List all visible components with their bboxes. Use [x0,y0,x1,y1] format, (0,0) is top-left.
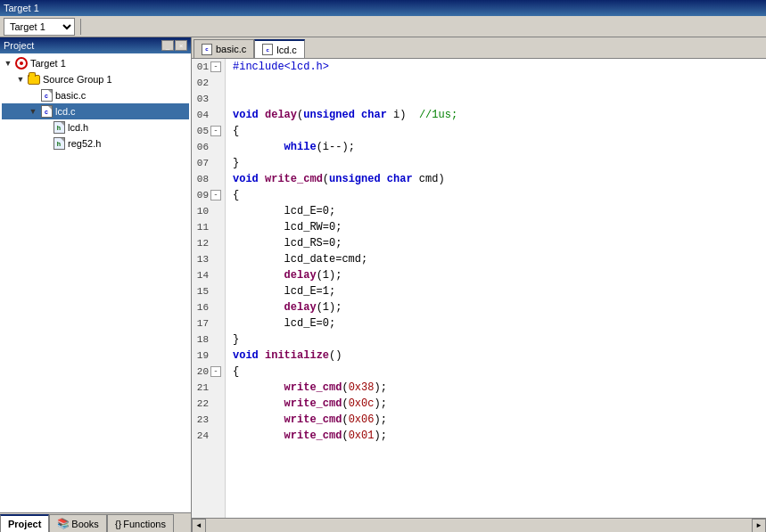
main-area: Project _ × ▼ Target 1 ▼ Source [0,37,766,532]
ln-23: 23 [192,412,225,428]
code-line-19: void initialize() [226,348,766,364]
ln-21: 21 [192,380,225,396]
ln-16: 16 [192,299,225,315]
tree-item-lcd-h[interactable]: ▷ h lcd.h [2,119,189,135]
ln-03: 03 [192,91,225,107]
code-line-16: delay(1); [226,299,766,315]
tree-item-source-group1[interactable]: ▼ Source Group 1 [2,71,189,87]
tree-item-reg52-h[interactable]: ▷ h reg52.h [2,135,189,151]
code-lines: #include<lcd.h> void delay(unsigned char… [226,59,766,518]
code-line-23: write_cmd(0x06); [226,412,766,428]
sidebar-tabs: Project 📚 Books {} Functions [0,512,191,532]
toggle-lcd-c[interactable]: ▼ [29,107,37,116]
code-line-12: lcd_RS=0; [226,235,766,251]
line-numbers: 01- 02 03 04 05- 06 07 08 09- 10 11 12 1… [192,59,226,518]
tab-functions-label: Functions [123,519,166,529]
ln-15: 15 [192,283,225,299]
sidebar-title: Project [4,40,34,51]
tab-label-basic-c: basic.c [216,44,246,54]
hscroll-track[interactable] [206,519,752,533]
editor-tab-lcd-c[interactable]: c lcd.c [254,39,305,58]
ln-10: 10 [192,203,225,219]
tree-label-target1: Target 1 [30,58,66,69]
code-line-02 [226,75,766,91]
tree-label-basic-c: basic.c [55,90,86,101]
ln-07: 07 [192,155,225,171]
code-line-14: delay(1); [226,267,766,283]
sidebar: Project _ × ▼ Target 1 ▼ Source [0,37,192,532]
sidebar-minimize-btn[interactable]: _ [161,40,174,51]
code-line-09: { [226,187,766,203]
tree-item-basic-c[interactable]: ▷ c basic.c [2,87,189,103]
tab-functions-icon: {} [115,519,121,529]
sidebar-tree: ▼ Target 1 ▼ Source Group 1 ▷ c [0,53,191,512]
ln-22: 22 [192,396,225,412]
tree-label-lcd-h: lcd.h [68,122,88,133]
editor-tabs: c basic.c c lcd.c [192,37,766,59]
sidebar-win-controls: _ × [161,40,187,51]
hscroll-left-btn[interactable]: ◄ [192,519,206,533]
code-line-20: { [226,364,766,380]
target-icon [14,56,29,70]
fold-09[interactable]: - [210,190,221,201]
fold-01[interactable]: - [210,61,221,72]
code-line-01: #include<lcd.h> [226,59,766,75]
tab-project[interactable]: Project [0,514,49,532]
ln-09: 09- [192,187,225,203]
ln-02: 02 [192,75,225,91]
code-line-22: write_cmd(0x0c); [226,396,766,412]
c-file-icon-basic: c [39,88,54,102]
sidebar-close-btn[interactable]: × [175,40,187,51]
toggle-target1[interactable]: ▼ [4,59,12,68]
tab-functions[interactable]: {} Functions [107,514,174,532]
title-bar: Target 1 [0,0,766,16]
ln-20: 20- [192,364,225,380]
code-line-18: } [226,331,766,348]
ln-14: 14 [192,267,225,283]
code-line-03 [226,91,766,107]
code-line-13: lcd_date=cmd; [226,251,766,267]
tab-books-icon: 📚 [57,518,70,529]
tree-item-target1[interactable]: ▼ Target 1 [2,55,189,71]
title-text: Target 1 [4,3,39,13]
hscroll-right-btn[interactable]: ► [752,519,766,533]
code-line-11: lcd_RW=0; [226,219,766,235]
tab-icon-basic: c [202,44,212,55]
toggle-source-group1[interactable]: ▼ [16,75,25,84]
target-dropdown[interactable]: Target 1 [4,18,75,36]
ln-01: 01- [192,59,225,75]
tree-label-lcd-c: lcd.c [55,106,76,117]
code-line-10: lcd_E=0; [226,203,766,219]
code-line-06: while(i--); [226,139,766,155]
ln-17: 17 [192,315,225,331]
ln-08: 08 [192,171,225,187]
tab-books-label: Books [71,519,99,529]
code-line-17: lcd_E=0; [226,315,766,331]
tree-label-source-group1: Source Group 1 [43,74,112,85]
sidebar-title-bar: Project _ × [0,37,191,53]
code-line-07: } [226,155,766,171]
ln-24: 24 [192,428,225,444]
folder-icon [27,72,41,86]
tab-project-label: Project [8,519,41,529]
code-line-05: { [226,123,766,139]
tab-icon-lcd: c [262,44,273,55]
ln-05: 05- [192,123,225,139]
tree-item-lcd-c[interactable]: ▼ c lcd.c [2,103,189,119]
editor-tab-basic-c[interactable]: c basic.c [194,39,254,58]
ln-18: 18 [192,331,225,348]
fold-20[interactable]: - [210,366,221,377]
editor-hscroll: ◄ ► [192,518,766,532]
ln-06: 06 [192,139,225,155]
fold-05[interactable]: - [210,126,221,136]
tab-label-lcd-c: lcd.c [276,45,297,55]
ln-04: 04 [192,107,225,123]
tab-books[interactable]: 📚 Books [49,514,107,532]
code-editor[interactable]: 01- 02 03 04 05- 06 07 08 09- 10 11 12 1… [192,59,766,518]
tree-label-reg52-h: reg52.h [68,138,101,149]
code-line-08: void write_cmd(unsigned char cmd) [226,171,766,187]
editor-area: c basic.c c lcd.c 01- 02 03 04 05- 06 [192,37,766,532]
toolbar: Target 1 [0,16,766,37]
toolbar-separator [80,19,81,35]
h-file-icon-reg52: h [52,136,66,151]
